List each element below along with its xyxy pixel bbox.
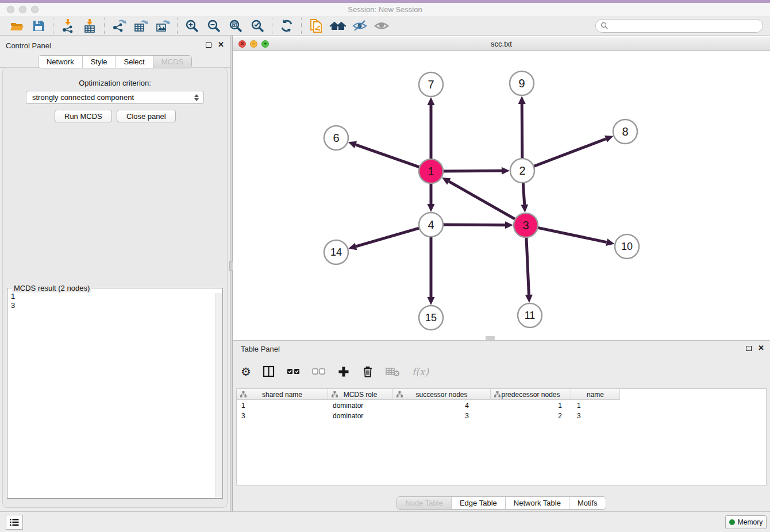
import-network-icon[interactable] <box>57 17 79 34</box>
graph-node-label: 3 <box>522 219 529 232</box>
table-cell: 1 <box>237 400 328 411</box>
memory-button[interactable]: Memory <box>725 515 767 529</box>
criterion-select[interactable]: strongly connected component <box>26 91 204 104</box>
search-input[interactable] <box>609 20 763 32</box>
refresh-layout-icon[interactable] <box>276 17 298 34</box>
edge-arrowhead <box>428 204 435 212</box>
zoom-selected-icon[interactable] <box>247 17 268 34</box>
table-cell: 1 <box>491 400 571 411</box>
graph-edge-2-3[interactable] <box>523 182 525 205</box>
open-session-icon[interactable] <box>6 17 28 34</box>
mcds-result-list[interactable]: 13 <box>11 292 214 496</box>
hide-graphics-details-icon[interactable] <box>349 17 371 34</box>
result-scrollbar[interactable] <box>215 293 222 498</box>
task-history-button[interactable] <box>6 515 23 530</box>
duplicate-network-icon[interactable] <box>305 17 327 34</box>
delete-table-icon[interactable] <box>386 364 401 380</box>
graph-node-label: 2 <box>519 164 525 177</box>
float-panel-icon[interactable] <box>206 43 211 48</box>
edge-arrowhead <box>606 238 614 246</box>
close-panel-icon[interactable]: ✕ <box>218 42 224 48</box>
close-table-panel-icon[interactable]: ✕ <box>758 345 764 351</box>
table-cell: dominator <box>328 400 393 411</box>
close-window-button[interactable] <box>7 6 14 13</box>
edge-arrowhead <box>605 136 613 142</box>
table-row[interactable]: 1dominator411 <box>237 400 620 411</box>
edge-arrowhead <box>525 295 533 303</box>
add-row-icon[interactable] <box>337 364 350 380</box>
status-bar <box>0 511 770 532</box>
table-options-icon[interactable]: ⚙ <box>241 364 251 380</box>
zoom-out-icon[interactable] <box>203 17 225 34</box>
memory-status-icon <box>729 519 735 525</box>
column-visibility-icon[interactable] <box>263 364 275 380</box>
result-item: 1 <box>11 292 214 301</box>
node-table: shared nameMCDS rolesuccessor nodesprede… <box>236 388 767 485</box>
graph-edge-2-8[interactable] <box>533 139 606 167</box>
deselect-all-rows-icon[interactable] <box>312 364 326 380</box>
graph-edge-4-3[interactable] <box>442 225 505 225</box>
graph-node-label: 8 <box>622 125 628 138</box>
zoom-in-icon[interactable] <box>181 17 203 34</box>
table-panel-title: Table Panel <box>241 345 280 353</box>
memory-label: Memory <box>738 518 763 526</box>
function-builder-icon[interactable]: f(x) <box>412 364 429 380</box>
tab-style[interactable]: Style <box>82 56 116 68</box>
tab-mcds[interactable]: MCDS <box>153 56 191 68</box>
float-table-panel-icon[interactable] <box>746 346 752 351</box>
zoom-window-button[interactable] <box>31 6 38 13</box>
tab-select[interactable]: Select <box>116 56 153 68</box>
search-icon <box>600 22 609 30</box>
list-icon <box>9 518 20 526</box>
graph-edge-1-2[interactable] <box>442 171 502 171</box>
tab-network-table[interactable]: Network Table <box>505 497 569 509</box>
delete-rows-icon[interactable] <box>361 364 374 380</box>
column-header-MCDS-role[interactable]: MCDS role <box>328 389 393 400</box>
graph-edge-2-9[interactable] <box>522 104 522 160</box>
column-header-name[interactable]: name <box>571 389 620 400</box>
app-titlebar: Session: New Session <box>0 3 770 16</box>
export-image-icon[interactable] <box>152 17 174 34</box>
table-cell: 2 <box>491 411 571 421</box>
column-header-successor-nodes[interactable]: successor nodes <box>393 389 491 400</box>
edge-arrowhead <box>502 167 510 175</box>
canvas-splitter-grip[interactable] <box>486 336 495 340</box>
export-table-icon[interactable] <box>130 17 152 34</box>
column-header-label: MCDS role <box>344 391 378 399</box>
save-session-icon[interactable] <box>28 17 49 34</box>
table-row[interactable]: 3dominator323 <box>237 411 620 421</box>
show-graphics-details-icon[interactable] <box>371 17 392 34</box>
edge-arrowhead <box>521 205 528 213</box>
graph-edge-1-6[interactable] <box>356 145 421 168</box>
toolbar-separator <box>104 18 105 34</box>
network-graph[interactable]: 7968124314101511 <box>233 51 770 340</box>
optimization-criterion-label: Optimization criterion: <box>0 79 230 87</box>
close-panel-button[interactable]: Close panel <box>117 110 176 122</box>
graph-edge-3-1[interactable] <box>449 182 516 220</box>
tab-network[interactable]: Network <box>38 56 82 68</box>
table-header-row: shared nameMCDS rolesuccessor nodesprede… <box>237 389 620 400</box>
toolbar-separator <box>53 18 53 34</box>
select-all-rows-icon[interactable] <box>287 364 301 380</box>
mcds-result-groupbox: MCDS result (2 nodes) 13 <box>7 288 223 499</box>
tab-motifs[interactable]: Motifs <box>569 497 606 509</box>
import-table-icon[interactable] <box>79 17 101 34</box>
toolbar-separator <box>177 18 178 34</box>
minimize-window-button[interactable] <box>19 6 26 13</box>
search-box[interactable] <box>595 19 763 33</box>
tab-edge-table[interactable]: Edge Table <box>451 497 505 509</box>
table-toolbar: ⚙ f(x) <box>241 362 429 381</box>
graph-edge-3-11[interactable] <box>526 236 529 295</box>
column-header-predecessor-nodes[interactable]: predecessor nodes <box>491 389 571 400</box>
table-cell: dominator <box>328 411 393 421</box>
export-network-icon[interactable] <box>108 17 130 34</box>
zoom-fit-icon[interactable] <box>225 17 247 34</box>
run-mcds-button[interactable]: Run MCDS <box>55 110 112 122</box>
graph-edge-3-10[interactable] <box>537 228 607 242</box>
column-header-shared-name[interactable]: shared name <box>237 389 328 400</box>
graph-edge-4-14[interactable] <box>356 228 421 246</box>
show-all-networks-icon[interactable] <box>327 17 349 34</box>
column-header-label: successor nodes <box>415 391 467 399</box>
tab-node-table[interactable]: Node Table <box>397 497 451 509</box>
shared-column-icon <box>494 391 500 399</box>
